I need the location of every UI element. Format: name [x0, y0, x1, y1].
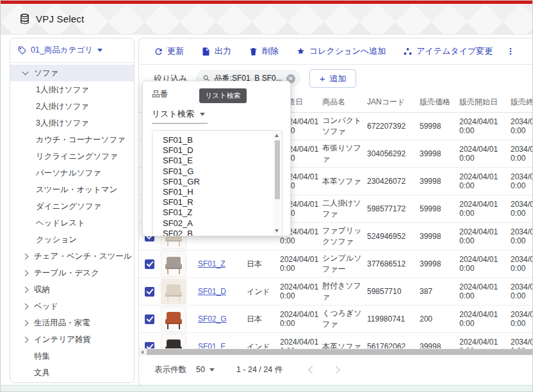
vertical-scrollbar[interactable]: [273, 131, 281, 235]
product-name-cell: 肘付きソファ: [322, 281, 367, 302]
sidebar-item-テーブル・デスク[interactable]: テーブル・デスク: [10, 265, 134, 281]
sidebar-item-生活用品・家電[interactable]: 生活用品・家電: [10, 314, 134, 331]
item-type-button[interactable]: アイテムタイプ変更: [403, 45, 493, 57]
product-name-cell: くつろぎソファ: [322, 308, 367, 330]
item-type-icon: [403, 47, 413, 56]
list-option[interactable]: SF01_B: [163, 135, 282, 145]
product-name-cell: 布張りソファ: [322, 143, 367, 165]
chevron-right-icon: [22, 303, 29, 309]
product-code-link[interactable]: SF01_Z: [198, 259, 226, 268]
list-option[interactable]: SF02_A: [163, 218, 282, 229]
refresh-button[interactable]: 更新: [154, 45, 184, 57]
scroll-down-icon[interactable]: [275, 229, 279, 233]
sidebar-item-label: リクライニングソファ: [36, 151, 118, 162]
sidebar-item-カウチ・コーナーソファ[interactable]: カウチ・コーナーソファ: [10, 131, 134, 148]
list-option[interactable]: SF01_Z: [163, 208, 282, 218]
product-code-link[interactable]: SF01_D: [198, 287, 226, 296]
kebab-icon: [506, 46, 515, 56]
sidebar-item-3人掛けソファ[interactable]: 3人掛けソファ: [10, 115, 134, 131]
page-size-value: 50: [196, 365, 205, 374]
product-image: [161, 279, 186, 304]
end-date-cell: 2034/04/01 0:00: [511, 145, 533, 163]
list-option[interactable]: SF01_G: [163, 167, 282, 177]
row-checkbox[interactable]: [145, 259, 154, 269]
product-code-link[interactable]: SF02_G: [198, 314, 227, 323]
country-cell: 日本: [247, 259, 280, 270]
list-option[interactable]: SF01_D: [163, 145, 282, 156]
list-option[interactable]: SF01_R: [163, 197, 282, 208]
jan-code-cell: 377686512: [367, 259, 420, 268]
sidebar-item-スツール・オットマン[interactable]: スツール・オットマン: [10, 181, 134, 198]
header-start-date: 販売開始日: [459, 97, 511, 108]
list-option[interactable]: SF01_GR: [163, 177, 282, 187]
horizontal-scrollbar[interactable]: [139, 348, 533, 355]
scroll-up-icon[interactable]: [275, 134, 279, 137]
row-checkbox[interactable]: [145, 342, 154, 349]
delete-button[interactable]: 削除: [249, 45, 279, 57]
delete-icon: [249, 47, 258, 56]
add-to-collection-button[interactable]: コレクションへ追加: [296, 45, 386, 57]
product-code-link[interactable]: SF01_E: [198, 342, 226, 348]
end-date-cell: 2034/04/01 0:00: [511, 310, 533, 328]
toolbar-action-label: アイテムタイプ変更: [416, 45, 493, 57]
sidebar-item-リクライニングソファ[interactable]: リクライニングソファ: [10, 148, 134, 165]
list-option[interactable]: SF01_H: [163, 187, 282, 197]
horizontal-scroll-thumb[interactable]: [147, 349, 533, 355]
add-filter-label: 追加: [329, 73, 346, 85]
row-checkbox[interactable]: [145, 314, 154, 324]
list-option[interactable]: SF02_B: [163, 229, 282, 236]
sidebar-item-label: テーブル・デスク: [34, 268, 99, 279]
category-label: 01_商品カテゴリ: [31, 45, 93, 56]
sidebar-item-label: パーソナルソファ: [36, 168, 101, 179]
end-date-cell: 2034/04/01 0:00: [511, 117, 533, 135]
sidebar-item-特集[interactable]: 特集: [10, 348, 134, 364]
app-header: VPJ Select: [1, 4, 532, 35]
sidebar-item-ヘッドレスト[interactable]: ヘッドレスト: [10, 215, 134, 231]
page-size-label: 表示件数: [154, 364, 186, 375]
table-row: SF01_D インド 2024/04/01 0:00 肘付きソファ 598577…: [139, 278, 533, 306]
prev-page-button[interactable]: [308, 366, 316, 374]
end-date-cell: 2034/04/01 0:00: [511, 172, 533, 190]
product-name-cell: シンプルソファー: [322, 253, 367, 275]
sidebar-item-label: ヘッドレスト: [36, 218, 85, 229]
start-date-cell: 2024/04/01 0:00: [459, 282, 511, 300]
more-options-button[interactable]: [506, 46, 515, 56]
toolbar-action-label: コレクションへ追加: [309, 45, 386, 57]
sidebar-item-ベッド[interactable]: ベッド: [10, 298, 134, 314]
chevron-right-icon: [22, 286, 29, 293]
export-button[interactable]: 出力: [201, 45, 231, 57]
sidebar-item-文具[interactable]: 文具: [10, 364, 134, 381]
table-row: SF01_Z 日本 2024/04/01 0:00 シンプルソファー 37768…: [139, 250, 533, 278]
category-selector[interactable]: 01_商品カテゴリ: [10, 38, 134, 63]
add-filter-button[interactable]: + 追加: [309, 69, 357, 88]
page-size-select[interactable]: 50: [196, 365, 215, 374]
price-cell: 39998: [420, 177, 459, 186]
product-image: [161, 334, 186, 348]
sidebar-item-収納[interactable]: 収納: [10, 281, 134, 298]
category-tree: ソファ 1人掛けソファ 2人掛けソファ 3人掛けソファ カウチ・コーナーソファ …: [10, 63, 134, 381]
scroll-left-icon[interactable]: [141, 350, 144, 354]
sidebar-item-チェア・ベンチ・スツール[interactable]: チェア・ベンチ・スツール: [10, 248, 134, 265]
sidebar-item-パーソナルソファ[interactable]: パーソナルソファ: [10, 165, 134, 181]
sidebar-item-ソファ[interactable]: ソファ: [10, 65, 134, 81]
sidebar-item-1人掛けソファ[interactable]: 1人掛けソファ: [10, 81, 134, 98]
sidebar-item-ダイニングソファ[interactable]: ダイニングソファ: [10, 198, 134, 215]
caret-down-icon: [97, 49, 102, 52]
sidebar-card: 01_商品カテゴリ ソファ 1人掛けソファ 2人掛けソファ 3人掛けソファ カウ…: [10, 38, 135, 383]
search-mode-select[interactable]: リスト検索: [152, 108, 208, 124]
list-option[interactable]: SF01_E: [163, 156, 282, 166]
price-cell: 39998: [420, 232, 459, 241]
sidebar-item-2人掛けソファ[interactable]: 2人掛けソファ: [10, 98, 134, 115]
code-listbox: SF01_B SF01_D SF01_E SF01_G SF01_GR SF01…: [152, 130, 283, 236]
start-date-cell: 2024/04/01 0:00: [459, 310, 511, 328]
vertical-scroll-thumb[interactable]: [275, 140, 280, 199]
jan-code-cell: 672207392: [367, 122, 420, 131]
end-date-cell: 2034/04/01 0:00: [511, 227, 533, 245]
search-mode-value: リスト検索: [152, 108, 194, 120]
row-checkbox[interactable]: [145, 287, 154, 297]
jan-code-cell: 230426072: [367, 177, 420, 186]
price-cell: 39998: [420, 259, 459, 268]
next-page-button[interactable]: [332, 366, 340, 374]
sidebar-item-クッション[interactable]: クッション: [10, 231, 134, 248]
sidebar-item-インテリア雑貨[interactable]: インテリア雑貨: [10, 331, 134, 348]
